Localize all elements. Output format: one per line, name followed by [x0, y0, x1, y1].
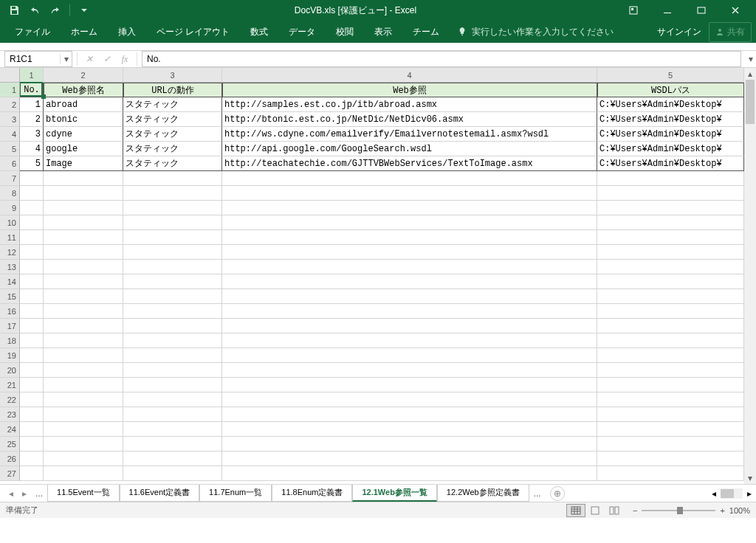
- row-header[interactable]: 23: [0, 407, 20, 422]
- table-cell[interactable]: [123, 230, 222, 245]
- table-cell[interactable]: http://btonic.est.co.jp/NetDic/NetDicv06…: [222, 112, 597, 127]
- table-cell[interactable]: [44, 333, 123, 348]
- tab-home[interactable]: ホーム: [61, 21, 108, 43]
- table-cell[interactable]: [44, 260, 123, 274]
- table-cell[interactable]: http://api.google.com/GoogleSearch.wsdl: [222, 142, 597, 156]
- table-cell[interactable]: [597, 466, 744, 481]
- table-header-cell[interactable]: Web参照: [222, 83, 597, 97]
- table-cell[interactable]: [597, 422, 744, 437]
- table-cell[interactable]: [20, 452, 44, 466]
- table-cell[interactable]: [20, 333, 44, 348]
- table-cell[interactable]: [123, 215, 222, 230]
- table-cell[interactable]: [597, 274, 744, 289]
- table-cell[interactable]: [123, 378, 222, 392]
- tab-formulas[interactable]: 数式: [240, 21, 278, 43]
- row-header[interactable]: 20: [0, 363, 20, 378]
- sheet-tab[interactable]: 12.1Web参照一覧: [352, 485, 436, 502]
- table-cell[interactable]: [222, 304, 597, 319]
- table-cell[interactable]: [222, 289, 597, 304]
- qat-customize-icon[interactable]: [75, 2, 94, 18]
- table-cell[interactable]: [44, 437, 123, 452]
- table-cell[interactable]: [44, 289, 123, 304]
- table-cell[interactable]: google: [44, 142, 123, 156]
- row-header[interactable]: 10: [0, 215, 20, 230]
- col-header[interactable]: 2: [44, 68, 123, 83]
- table-cell[interactable]: [20, 378, 44, 392]
- tab-nav-next-icon[interactable]: ▸: [18, 488, 31, 499]
- table-cell[interactable]: [222, 392, 597, 407]
- col-header[interactable]: 3: [123, 68, 222, 83]
- table-cell[interactable]: [222, 201, 597, 215]
- table-cell[interactable]: [123, 319, 222, 333]
- table-cell[interactable]: [20, 363, 44, 378]
- table-cell[interactable]: [20, 289, 44, 304]
- table-cell[interactable]: [44, 171, 123, 186]
- table-cell[interactable]: [44, 392, 123, 407]
- table-cell[interactable]: [123, 260, 222, 274]
- zoom-slider[interactable]: [642, 510, 715, 511]
- table-cell[interactable]: http://samples.est.co.jp/itb/abroad.asmx: [222, 97, 597, 112]
- table-cell[interactable]: [222, 319, 597, 333]
- row-header[interactable]: 9: [0, 201, 20, 215]
- scroll-up-icon[interactable]: ▴: [744, 68, 756, 80]
- table-cell[interactable]: [123, 186, 222, 201]
- select-all-corner[interactable]: [0, 68, 20, 83]
- table-header-cell[interactable]: URLの動作: [123, 83, 222, 97]
- table-cell[interactable]: [222, 171, 597, 186]
- table-cell[interactable]: [123, 245, 222, 260]
- scroll-thumb[interactable]: [746, 80, 755, 124]
- col-header[interactable]: 4: [222, 68, 597, 83]
- table-cell[interactable]: [123, 452, 222, 466]
- table-cell[interactable]: [597, 407, 744, 422]
- col-header[interactable]: 1: [20, 68, 44, 83]
- row-header[interactable]: 12: [0, 245, 20, 260]
- table-cell[interactable]: http://ws.cdyne.com/emailverify/Emailver…: [222, 127, 597, 142]
- table-cell[interactable]: [597, 245, 744, 260]
- row-header[interactable]: 26: [0, 452, 20, 466]
- row-header[interactable]: 16: [0, 304, 20, 319]
- row-header[interactable]: 17: [0, 319, 20, 333]
- table-cell[interactable]: [44, 363, 123, 378]
- name-box[interactable]: R1C1 ▾: [4, 51, 72, 67]
- table-cell[interactable]: [44, 245, 123, 260]
- table-cell[interactable]: [44, 215, 123, 230]
- signin-button[interactable]: サインイン: [650, 26, 709, 38]
- table-cell[interactable]: スタティック: [123, 97, 222, 112]
- row-header[interactable]: 22: [0, 392, 20, 407]
- table-cell[interactable]: [222, 186, 597, 201]
- table-cell[interactable]: [44, 466, 123, 481]
- table-header-cell[interactable]: No.: [20, 83, 44, 97]
- table-cell[interactable]: [20, 437, 44, 452]
- row-header[interactable]: 8: [0, 186, 20, 201]
- table-cell[interactable]: [597, 319, 744, 333]
- table-cell[interactable]: [597, 437, 744, 452]
- tab-insert[interactable]: 挿入: [108, 21, 146, 43]
- undo-icon[interactable]: [25, 2, 44, 18]
- hscroll-left-icon[interactable]: ◂: [712, 488, 716, 499]
- vertical-scrollbar[interactable]: ▴ ▾: [744, 68, 756, 484]
- table-cell[interactable]: [597, 363, 744, 378]
- close-icon[interactable]: [719, 1, 752, 19]
- table-header-cell[interactable]: WSDLパス: [597, 83, 744, 97]
- zoom-out-icon[interactable]: −: [633, 506, 637, 515]
- row-header[interactable]: 14: [0, 274, 20, 289]
- table-cell[interactable]: 3: [20, 127, 44, 142]
- sheet-tab[interactable]: 11.6Event定義書: [120, 485, 200, 502]
- table-cell[interactable]: スタティック: [123, 127, 222, 142]
- scroll-down-icon[interactable]: ▾: [744, 472, 756, 484]
- table-cell[interactable]: [44, 230, 123, 245]
- row-header[interactable]: 18: [0, 333, 20, 348]
- row-header[interactable]: 1: [0, 83, 20, 97]
- table-cell[interactable]: [20, 407, 44, 422]
- table-cell[interactable]: [597, 201, 744, 215]
- table-cell[interactable]: [123, 171, 222, 186]
- table-cell[interactable]: [222, 260, 597, 274]
- table-cell[interactable]: [222, 422, 597, 437]
- tab-overflow[interactable]: ...: [31, 488, 47, 499]
- table-cell[interactable]: [20, 274, 44, 289]
- table-cell[interactable]: [597, 452, 744, 466]
- table-cell[interactable]: [20, 319, 44, 333]
- table-cell[interactable]: [20, 304, 44, 319]
- table-cell[interactable]: [44, 422, 123, 437]
- tab-data[interactable]: データ: [278, 21, 326, 43]
